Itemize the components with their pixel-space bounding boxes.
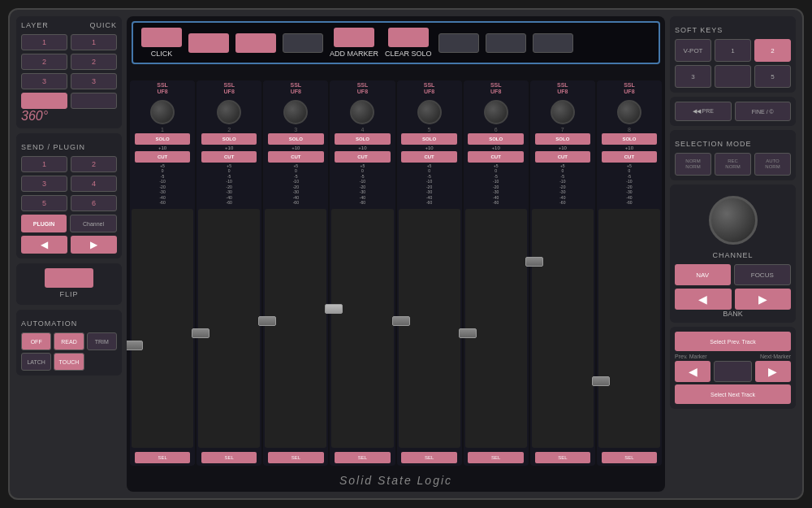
focus-button[interactable]: FOCUS — [734, 264, 792, 285]
next-marker-button[interactable]: ▶ — [755, 361, 791, 382]
ch4-cut[interactable]: CUT — [335, 151, 391, 163]
soft-key-3[interactable]: 3 — [675, 65, 711, 88]
ch4-solo[interactable]: SOLO — [335, 133, 391, 145]
ch2-cut[interactable]: CUT — [201, 151, 257, 163]
ch7-fader[interactable] — [525, 257, 543, 267]
soft-key-vpot[interactable]: V-POT — [675, 39, 711, 62]
select-prev-track-button[interactable]: Select Prev. Track — [675, 332, 791, 351]
fkey-2-button[interactable] — [188, 33, 229, 53]
ch5-solo[interactable]: SOLO — [401, 133, 457, 145]
ch7-knob[interactable] — [551, 100, 575, 124]
ch2-sel[interactable]: SEL — [201, 452, 257, 463]
layer-btn-4[interactable] — [21, 93, 67, 109]
ch8-solo[interactable]: SOLO — [602, 133, 658, 145]
quick-btn-4[interactable] — [71, 93, 117, 109]
ch4-fader[interactable] — [325, 304, 343, 314]
ch3-fader[interactable] — [258, 316, 276, 326]
fkey-4-button[interactable] — [283, 33, 323, 53]
send-btn-1[interactable]: 1 — [21, 156, 67, 172]
ch5-cut[interactable]: CUT — [401, 151, 457, 163]
ch6-solo[interactable]: SOLO — [468, 133, 524, 145]
ch6-fader[interactable] — [459, 328, 477, 338]
ch2-brand: SSLUF8 — [223, 82, 235, 96]
ch3-knob[interactable] — [283, 100, 308, 124]
select-next-track-button[interactable]: Select Next Track — [675, 384, 791, 404]
fkey-8-button[interactable] — [486, 33, 526, 53]
ch6-cut[interactable]: CUT — [468, 151, 524, 163]
ch1-fader[interactable] — [127, 341, 143, 350]
quick-btn-2[interactable]: 2 — [71, 54, 117, 70]
channel-strip-8: SSLUF8 8 SOLO +10 CUT +50-5-10-20-30-40-… — [597, 80, 662, 466]
ch4-brand: SSLUF8 — [357, 82, 369, 96]
send-btn-4[interactable]: 4 — [71, 176, 117, 192]
transport-fine[interactable]: FINE / © — [735, 102, 792, 121]
auto-read-button[interactable]: READ — [54, 332, 84, 350]
ch8-knob[interactable] — [617, 100, 641, 124]
auto-latch-button[interactable]: LATCH — [21, 353, 51, 371]
fkey-5-button[interactable] — [334, 28, 374, 47]
ch7-cut[interactable]: CUT — [535, 151, 591, 163]
ch6-sel[interactable]: SEL — [468, 452, 524, 463]
ch3-solo[interactable]: SOLO — [268, 133, 324, 145]
page-prev-button[interactable]: ◀ — [21, 236, 67, 254]
page-next-button[interactable]: ▶ — [71, 236, 117, 254]
sel-mode-rec[interactable]: RECNORM — [715, 153, 751, 176]
ch1-cut[interactable]: CUT — [135, 151, 191, 163]
channel-button[interactable]: Channel — [70, 215, 117, 232]
auto-off-button[interactable]: OFF — [21, 332, 51, 350]
ch2-fader[interactable] — [192, 328, 209, 338]
fkey-3-button[interactable] — [235, 33, 276, 53]
ch3-cut[interactable]: CUT — [268, 151, 324, 163]
flip-button[interactable] — [45, 268, 93, 288]
ch5-sel[interactable]: SEL — [401, 452, 457, 463]
send-btn-3[interactable]: 3 — [21, 176, 67, 192]
ch2-knob[interactable] — [217, 100, 241, 124]
layer-btn-1[interactable]: 1 — [21, 34, 67, 50]
ch8-sel[interactable]: SEL — [602, 452, 658, 463]
ch8-fader[interactable] — [592, 376, 610, 386]
soft-key-2[interactable]: 2 — [754, 39, 791, 62]
ch7-sel[interactable]: SEL — [535, 452, 591, 463]
quick-btn-1[interactable]: 1 — [71, 34, 117, 50]
soft-key-5[interactable]: 5 — [754, 65, 791, 88]
transport-pre[interactable]: ◀◀ PRE — [675, 102, 732, 121]
ch5-fader[interactable] — [392, 316, 410, 326]
sel-mode-auto[interactable]: AUTONORM — [754, 153, 791, 176]
fkey-9-button[interactable] — [533, 33, 573, 53]
send-btn-5[interactable]: 5 — [21, 195, 67, 211]
send-btn-2[interactable]: 2 — [71, 156, 117, 172]
bank-prev-button[interactable]: ◀ — [675, 289, 732, 310]
marker-center-button[interactable] — [714, 361, 751, 382]
bank-next-button[interactable]: ▶ — [735, 289, 792, 310]
soft-key-4[interactable] — [715, 65, 751, 88]
ch4-knob[interactable] — [350, 100, 374, 124]
fkey-7-button[interactable] — [438, 33, 479, 53]
ch5-knob[interactable] — [417, 100, 442, 124]
sel-mode-norm[interactable]: NORMNORM — [675, 153, 711, 176]
quick-btn-3[interactable]: 3 — [71, 73, 117, 89]
prev-marker-label: Prev. Marker — [675, 354, 732, 359]
ch8-cut[interactable]: CUT — [602, 151, 658, 163]
ch2-solo[interactable]: SOLO — [201, 133, 257, 145]
ch3-sel[interactable]: SEL — [268, 452, 324, 463]
ch1-knob[interactable] — [150, 100, 175, 124]
auto-touch-button[interactable]: TOUCH — [54, 353, 84, 371]
plugin-button[interactable]: PLUGIN — [21, 215, 67, 232]
fkey-1-button[interactable] — [141, 28, 182, 47]
nav-button[interactable]: NAV — [675, 264, 731, 285]
channel-knob-large[interactable] — [709, 196, 758, 245]
auto-trim-button[interactable]: TRIM — [87, 332, 117, 350]
layer-btn-3[interactable]: 3 — [21, 73, 67, 89]
ch7-solo[interactable]: SOLO — [535, 133, 591, 145]
fkey-6-button[interactable] — [388, 28, 429, 47]
prev-marker-button[interactable]: ◀ — [675, 361, 710, 382]
ch6-knob[interactable] — [484, 100, 508, 124]
send-btn-6[interactable]: 6 — [71, 195, 117, 211]
ch1-sel[interactable]: SEL — [135, 452, 191, 463]
soft-key-1[interactable]: 1 — [715, 39, 751, 62]
layer-btn-2[interactable]: 2 — [21, 54, 67, 70]
ch1-solo[interactable]: SOLO — [135, 133, 191, 145]
ssl-brand-text: Solid State Logic — [339, 474, 452, 487]
ch4-sel[interactable]: SEL — [335, 452, 391, 463]
fkey-5-container: ADD MARKER — [330, 28, 378, 58]
